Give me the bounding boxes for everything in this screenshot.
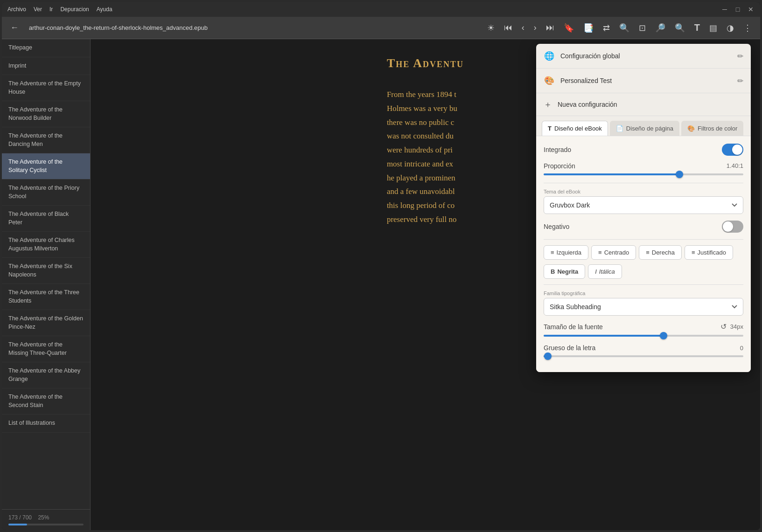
familia-select[interactable]: Sitka Subheading Default Georgia Arial T… [544,298,743,316]
grosor-label: Grueso de la letra [544,344,736,352]
title-bar: Archivo Ver Ir Depuracion Ayuda ─ □ ✕ [2,2,760,17]
zoom-in-button[interactable]: 🔎 [652,21,668,35]
close-button[interactable]: ✕ [747,6,755,13]
back-button[interactable]: ← [7,21,21,35]
sidebar-item-second-stain[interactable]: The Adventure of the Second Stain [2,388,90,415]
add-config-label: Nueva configuración [558,101,617,108]
fit-button[interactable]: ⊡ [636,21,649,35]
style-negrita-button[interactable]: B Negrita [544,264,585,279]
menu-depuracion[interactable]: Depuracion [60,6,89,13]
integrado-row: Integrado [544,144,743,156]
book-content: The Adventu From the years 1894 t Holmes… [387,53,464,227]
align-justify-icon: ≡ [692,249,695,256]
sidebar-item-titlepage[interactable]: Titlepage [2,39,90,57]
negativo-toggle[interactable] [722,221,743,233]
font-size-value: 34px [730,323,743,330]
bookmarks-list-button[interactable]: 📑 [580,21,596,35]
zoom-out-button[interactable]: 🔍 [616,21,632,35]
align-justificado-label: Justificado [697,249,726,256]
progress-bar-fill [8,524,27,525]
grosor-track[interactable] [544,355,743,357]
grosor-thumb[interactable] [544,352,552,360]
proporcion-label: Proporción [544,162,575,170]
sidebar-item-illustrations[interactable]: List of Illustrations [2,415,90,433]
maximize-button[interactable]: □ [734,6,741,13]
style-group: B Negrita I Itálica [544,264,743,279]
search-button[interactable]: 🔍 [672,21,688,35]
align-left-icon: ≡ [551,249,554,256]
sidebar-item-abbey-grange[interactable]: The Adventure of the Abbey Grange [2,362,90,388]
proporcion-track[interactable] [544,173,743,175]
config-row-global[interactable]: 🌐 Configuración global ✏ [536,44,751,69]
menu-ver[interactable]: Ver [34,6,42,13]
settings-panel: 🌐 Configuración global ✏ 🎨 Personalized … [536,44,751,372]
config-row-personalized[interactable]: 🎨 Personalized Test ✏ [536,69,751,93]
config-personalized-label: Personalized Test [560,77,737,84]
sidebar-item-three-students[interactable]: The Adventure of the Three Students [2,284,90,310]
tab-color-icon: 🎨 [687,125,695,132]
style-italica-button[interactable]: I Itálica [588,264,622,279]
font-settings-button[interactable]: T [692,21,703,35]
brightness-button[interactable]: ☀ [484,21,497,35]
progress-percent: 25% [38,514,49,521]
menu-ayuda[interactable]: Ayuda [97,6,112,13]
align-izquierda-button[interactable]: ≡ Izquierda [544,245,588,260]
align-centrado-button[interactable]: ≡ Centrado [591,245,636,260]
align-derecha-button[interactable]: ≡ Derecha [639,245,682,260]
tab-filtros-color[interactable]: 🎨 Filtros de color [681,121,743,136]
sidebar-item-priory-school[interactable]: The Adventure of the Priory School [2,180,90,206]
file-title: arthur-conan-doyle_the-return-of-sherloc… [29,24,477,31]
sidebar-item-golden-pince-nez[interactable]: The Adventure of the Golden Pince-Nez [2,310,90,336]
tab-color-label: Filtros de color [698,125,737,132]
window-controls: ─ □ ✕ [721,6,755,13]
sidebar-item-norwood[interactable]: The Adventure of the Norwood Builder [2,101,90,127]
first-page-button[interactable]: ⏮ [501,21,515,35]
settings-tabs: T Diseño del eBook 📄 Diseño de página 🎨 … [536,116,751,136]
prev-page-button[interactable]: ‹ [519,21,527,35]
sidebar-item-dancing-men[interactable]: The Adventure of the Dancing Men [2,127,90,153]
sidebar-item-imprint[interactable]: Imprint [2,57,90,76]
align-justificado-button[interactable]: ≡ Justificado [685,245,733,260]
minimize-button[interactable]: ─ [721,6,728,13]
italica-label: Itálica [599,268,615,275]
integrado-toggle[interactable] [722,144,743,156]
more-button[interactable]: ⋮ [741,21,755,35]
layout-button[interactable]: ▤ [706,21,720,35]
next-page-button[interactable]: › [531,21,539,35]
sidebar-item-six-napoleons[interactable]: The Adventure of the Six Napoleons [2,258,90,284]
tab-diseno-ebook[interactable]: T Diseño del eBook [542,121,608,136]
tab-diseno-pagina[interactable]: 📄 Diseño de página [610,121,679,136]
edit-global-icon[interactable]: ✏ [737,52,743,61]
tema-select[interactable]: Gruvbox Dark Default Solarized Light Nig… [544,196,743,214]
sidebar-item-solitary-cyclist[interactable]: The Adventure of the Solitary Cyclist [2,153,90,180]
last-page-button[interactable]: ⏭ [543,21,557,35]
sidebar-item-empty-house[interactable]: The Adventure of the Empty House [2,75,90,101]
familia-label: Familia tipográfica [544,290,743,296]
font-size-reset-icon[interactable]: ↺ [720,322,727,331]
font-size-track[interactable] [544,335,743,337]
progress-bar-container [8,524,84,525]
align-group: ≡ Izquierda ≡ Centrado ≡ Derecha ≡ [544,245,743,260]
add-config-row[interactable]: ＋ Nueva configuración [536,93,751,116]
divider-2 [544,239,743,240]
edit-personalized-icon[interactable]: ✏ [737,76,743,85]
sidebar-item-missing-three-quarter[interactable]: The Adventure of the Missing Three-Quart… [2,336,90,362]
sidebar-item-charles-milverton[interactable]: The Adventure of Charles Augustus Milver… [2,232,90,258]
reader-area: The Adventu From the years 1894 t Holmes… [91,39,760,530]
menu-ir[interactable]: Ir [49,6,53,13]
menu-archivo[interactable]: Archivo [7,6,26,13]
align-right-icon: ≡ [646,249,650,256]
tab-pagina-icon: 📄 [616,125,623,132]
font-size-thumb[interactable] [660,332,667,339]
settings-body: Integrado Proporción 1.40:1 [536,136,751,372]
negativo-toggle-knob [723,221,733,232]
sidebar-item-black-peter[interactable]: The Adventure of Black Peter [2,206,90,232]
bookmark-button[interactable]: 🔖 [561,21,577,35]
divider-3 [544,284,743,285]
proporcion-thumb[interactable] [676,171,683,178]
sync-button[interactable]: ⇄ [600,21,613,35]
negativo-label: Negativo [544,223,722,230]
align-centrado-label: Centrado [604,249,629,256]
tema-row: Tema del eBook Gruvbox Dark Default Sola… [544,189,743,214]
contrast-button[interactable]: ◑ [724,21,737,35]
